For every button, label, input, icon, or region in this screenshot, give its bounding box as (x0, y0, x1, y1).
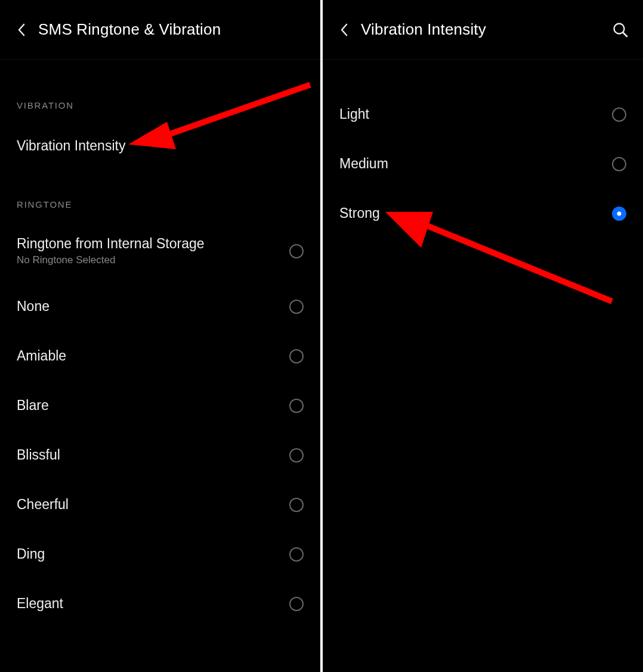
vibration-intensity-label: Vibration Intensity (17, 138, 304, 154)
radio-icon[interactable] (289, 448, 304, 463)
radio-icon[interactable] (289, 399, 304, 413)
radio-icon-storage[interactable] (289, 244, 304, 258)
section-header-vibration: VIBRATION (0, 90, 320, 121)
content-left: VIBRATION Vibration Intensity RINGTONE R… (0, 60, 320, 628)
radio-icon[interactable] (612, 107, 626, 122)
ringtone-internal-storage-row[interactable]: Ringtone from Internal Storage No Ringto… (0, 220, 320, 282)
header-left: SMS Ringtone & Vibration (0, 0, 320, 60)
vibration-intensity-row[interactable]: Vibration Intensity (0, 121, 320, 171)
header-right: Vibration Intensity (323, 0, 643, 60)
intensity-option-label: Medium (339, 156, 605, 172)
ringtone-option-label: Cheerful (17, 497, 282, 513)
ringtone-option-row[interactable]: None (0, 282, 320, 331)
radio-icon[interactable] (289, 300, 304, 314)
radio-icon[interactable] (612, 206, 626, 221)
ringtone-storage-sub: No Ringtone Selected (17, 254, 282, 266)
page-title: SMS Ringtone & Vibration (38, 20, 221, 39)
ringtone-option-label: Amiable (17, 348, 282, 364)
ringtone-option-row[interactable]: Cheerful (0, 480, 320, 529)
radio-icon[interactable] (289, 349, 304, 363)
intensity-option-row[interactable]: Medium (323, 139, 643, 189)
search-icon (612, 21, 629, 38)
content-right: LightMediumStrong (323, 60, 643, 238)
ringtone-storage-label: Ringtone from Internal Storage (17, 236, 282, 252)
chevron-left-icon (340, 23, 348, 37)
ringtone-option-row[interactable]: Amiable (0, 331, 320, 381)
ringtone-option-label: Elegant (17, 596, 282, 612)
ringtone-option-row[interactable]: Ding (0, 529, 320, 579)
intensity-option-label: Light (339, 106, 605, 122)
radio-icon[interactable] (289, 597, 304, 611)
search-button[interactable] (610, 19, 631, 41)
section-header-ringtone: RINGTONE (0, 189, 320, 220)
back-button[interactable] (13, 18, 30, 42)
ringtone-option-label: Blissful (17, 447, 282, 463)
screen-vibration-intensity: Vibration Intensity LightMediumStrong (322, 0, 643, 672)
radio-icon[interactable] (612, 157, 626, 171)
ringtone-option-label: Ding (17, 546, 282, 562)
chevron-left-icon (17, 23, 26, 37)
ringtone-option-row[interactable]: Elegant (0, 579, 320, 628)
intensity-option-label: Strong (339, 205, 605, 221)
intensity-option-row[interactable]: Light (323, 90, 643, 139)
ringtone-option-label: None (17, 298, 282, 315)
ringtone-option-label: Blare (17, 397, 282, 414)
radio-icon[interactable] (289, 547, 304, 562)
svg-line-3 (623, 32, 627, 36)
screen-sms-ringtone-vibration: SMS Ringtone & Vibration VIBRATION Vibra… (0, 0, 322, 672)
radio-icon[interactable] (289, 498, 304, 512)
page-title: Vibration Intensity (361, 20, 486, 39)
back-button[interactable] (336, 18, 353, 42)
ringtone-option-row[interactable]: Blare (0, 381, 320, 430)
ringtone-option-row[interactable]: Blissful (0, 430, 320, 480)
intensity-option-row[interactable]: Strong (323, 189, 643, 238)
